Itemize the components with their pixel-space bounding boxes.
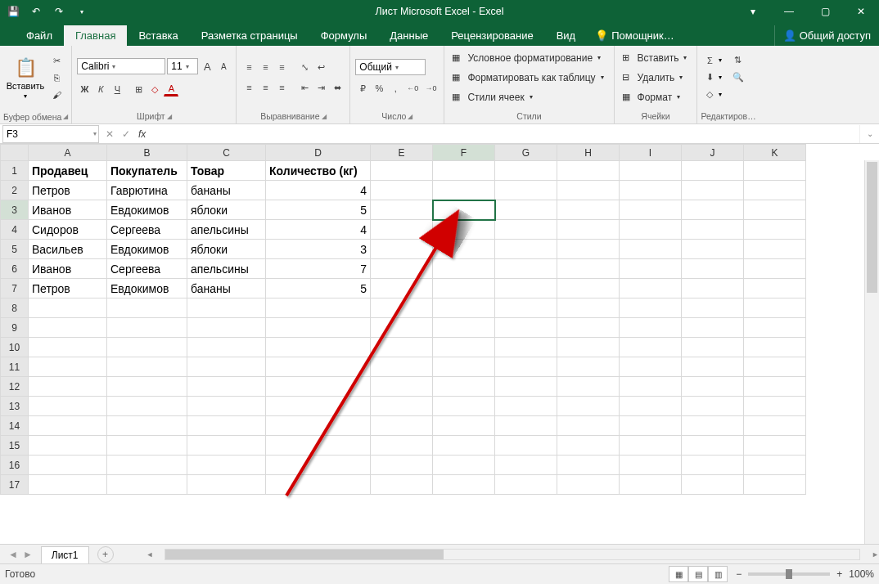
cell[interactable] (187, 475, 266, 495)
view-page-break-button[interactable]: ▥ (708, 566, 728, 582)
align-left-button[interactable]: ≡ (241, 80, 256, 95)
cell[interactable] (744, 161, 806, 181)
cell[interactable] (620, 436, 682, 456)
col-header-f[interactable]: F (433, 145, 495, 161)
cell[interactable] (744, 181, 806, 200)
select-all-corner[interactable] (1, 145, 29, 161)
cell[interactable] (29, 397, 107, 416)
cell[interactable] (29, 338, 107, 357)
cell[interactable] (620, 240, 682, 259)
cell[interactable] (495, 416, 557, 436)
cell[interactable] (371, 436, 433, 456)
cell[interactable] (557, 259, 620, 279)
cell[interactable] (744, 357, 806, 377)
format-as-table-button[interactable]: ▦Форматировать как таблицу▾ (449, 70, 608, 86)
cell[interactable] (495, 377, 557, 397)
dialog-launcher-icon[interactable]: ◢ (167, 113, 172, 120)
cell[interactable] (557, 397, 620, 416)
ribbon-options-icon[interactable]: ▾ (735, 0, 771, 23)
cell[interactable] (371, 200, 433, 220)
col-header-j[interactable]: J (682, 145, 744, 161)
underline-button[interactable]: Ч (110, 82, 124, 97)
cell[interactable] (744, 259, 806, 279)
cell[interactable]: Покупатель (107, 161, 187, 181)
share-button[interactable]: 👤 Общий доступ (774, 25, 879, 46)
row-header-17[interactable]: 17 (1, 475, 29, 495)
cell[interactable] (557, 456, 620, 475)
cell[interactable] (433, 161, 495, 181)
cell[interactable] (371, 220, 433, 240)
cell[interactable]: Гаврютина (107, 181, 187, 200)
cell[interactable] (371, 416, 433, 436)
cell-styles-button[interactable]: ▦Стили ячеек▾ (449, 89, 608, 105)
cell[interactable] (495, 181, 557, 200)
cell[interactable] (495, 240, 557, 259)
formula-input[interactable] (152, 125, 859, 143)
border-button[interactable]: ⊞ (131, 82, 146, 97)
cell[interactable] (620, 357, 682, 377)
cell[interactable]: Сергеева (107, 220, 187, 240)
bold-button[interactable]: Ж (77, 82, 92, 97)
cell[interactable] (371, 397, 433, 416)
cell[interactable] (620, 416, 682, 436)
cell[interactable] (187, 357, 266, 377)
row-header-13[interactable]: 13 (1, 397, 29, 416)
cell[interactable] (29, 456, 107, 475)
cell[interactable] (187, 436, 266, 456)
tab-file[interactable]: Файл (15, 25, 64, 46)
zoom-handle[interactable] (786, 569, 792, 579)
tab-review[interactable]: Рецензирование (440, 25, 544, 46)
cell[interactable] (495, 200, 557, 220)
cell[interactable] (495, 259, 557, 279)
cell[interactable] (187, 338, 266, 357)
cell[interactable] (557, 161, 620, 181)
cell[interactable]: 5 (266, 200, 371, 220)
cell[interactable] (557, 200, 620, 220)
cell[interactable] (433, 456, 495, 475)
cell[interactable] (187, 456, 266, 475)
undo-icon[interactable]: ↶ (28, 3, 44, 20)
font-size-combo[interactable]: 11▾ (167, 58, 198, 74)
tab-insert[interactable]: Вставка (127, 25, 189, 46)
cell[interactable] (557, 220, 620, 240)
row-header-15[interactable]: 15 (1, 436, 29, 456)
cell[interactable] (29, 298, 107, 318)
maximize-button[interactable]: ▢ (807, 0, 843, 23)
cell[interactable]: Сидоров (29, 220, 107, 240)
shrink-font-button[interactable]: A (216, 59, 231, 74)
cell[interactable] (266, 416, 371, 436)
cell[interactable] (187, 298, 266, 318)
close-button[interactable]: ✕ (843, 0, 879, 23)
cell[interactable] (744, 377, 806, 397)
cell[interactable] (682, 318, 744, 338)
cell[interactable] (744, 220, 806, 240)
redo-icon[interactable]: ↷ (51, 3, 67, 20)
cell[interactable] (433, 240, 495, 259)
insert-cells-button[interactable]: ⊞Вставить▾ (620, 50, 692, 66)
cell[interactable] (682, 240, 744, 259)
italic-button[interactable]: К (93, 82, 108, 97)
row-header-16[interactable]: 16 (1, 456, 29, 475)
cell[interactable]: яблоки (187, 200, 266, 220)
cell[interactable] (29, 475, 107, 495)
enter-entry-icon[interactable]: ✓ (122, 128, 130, 140)
cell[interactable]: Товар (187, 161, 266, 181)
cell[interactable] (682, 397, 744, 416)
cell[interactable] (29, 357, 107, 377)
cell[interactable] (557, 318, 620, 338)
minimize-button[interactable]: — (771, 0, 807, 23)
cell[interactable] (433, 436, 495, 456)
cell[interactable] (266, 298, 371, 318)
row-header-9[interactable]: 9 (1, 318, 29, 338)
align-top-button[interactable]: ≡ (241, 60, 256, 74)
expand-formula-bar-icon[interactable]: ⌄ (859, 125, 879, 143)
col-header-a[interactable]: A (29, 145, 107, 161)
row-header-1[interactable]: 1 (1, 161, 29, 181)
col-header-i[interactable]: I (620, 145, 682, 161)
fx-icon[interactable]: fx (138, 128, 146, 140)
sheet-tab-1[interactable]: Лист1 (41, 546, 89, 563)
view-normal-button[interactable]: ▦ (669, 566, 688, 582)
cell[interactable] (107, 357, 187, 377)
cell[interactable]: апельсины (187, 220, 266, 240)
cell[interactable] (495, 318, 557, 338)
